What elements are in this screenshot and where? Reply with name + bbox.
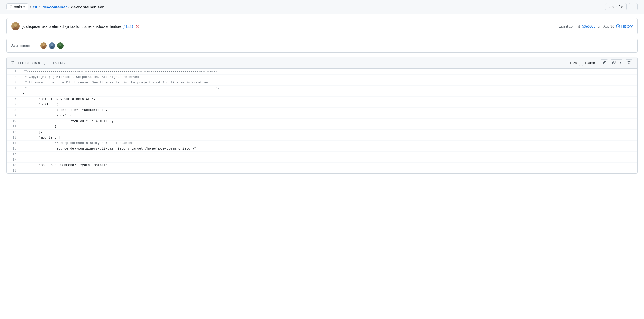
breadcrumb-sep3: /: [68, 5, 70, 9]
commit-date-prefix: on: [598, 24, 601, 28]
copy-icon: [612, 61, 616, 64]
commit-username[interactable]: joshspicer: [22, 24, 41, 29]
blame-button[interactable]: Blame: [582, 60, 598, 66]
svg-point-6: [59, 44, 62, 46]
line-code: }: [20, 124, 637, 130]
line-number: 2: [7, 75, 20, 80]
file-meta: 🛡 44 lines (40 sloc) | 1.04 KB: [11, 61, 65, 65]
table-row: 4 *-------------------------------------…: [7, 86, 637, 91]
breadcrumb-folder-link[interactable]: .devcontainer: [41, 5, 67, 9]
line-number: 13: [7, 135, 20, 141]
line-number: 9: [7, 113, 20, 119]
svg-point-5: [50, 46, 54, 49]
line-number: 5: [7, 91, 20, 97]
file-size: 1.04 KB: [52, 61, 65, 65]
line-number: 4: [7, 86, 20, 91]
line-number: 17: [7, 157, 20, 163]
file-box: 🛡 44 lines (40 sloc) | 1.04 KB Raw Blame…: [6, 57, 638, 174]
avatar-image: [11, 22, 20, 30]
contributor-1-image: [40, 42, 47, 49]
copy-button[interactable]: [610, 59, 618, 66]
code-table: 1/*-------------------------------------…: [7, 69, 637, 173]
table-row: 11 }: [7, 124, 637, 130]
history-label: History: [621, 24, 633, 28]
branch-name: main: [14, 5, 22, 9]
svg-point-7: [59, 46, 62, 49]
table-row: 5{: [7, 91, 637, 97]
line-number: 3: [7, 80, 20, 86]
contributor-avatar-3[interactable]: [57, 42, 64, 49]
contributor-3-image: [57, 42, 64, 49]
svg-point-1: [13, 27, 18, 30]
commit-message: use preferred syntax for docker-in-docke…: [42, 24, 121, 29]
edit-icon: [602, 61, 606, 64]
contributors-label: 3 contributors: [11, 44, 37, 48]
table-row: 16 ],: [7, 152, 637, 157]
line-code: "source=dev-containers-cli-bashhistory,t…: [20, 146, 637, 152]
file-lines: 44 lines: [17, 61, 29, 65]
line-code: "postCreateCommand": "yarn install",: [20, 163, 637, 168]
history-button[interactable]: History: [616, 24, 633, 28]
breadcrumb-sep1: /: [30, 5, 31, 9]
line-number: 8: [7, 108, 20, 113]
svg-point-4: [51, 44, 53, 46]
chevron-down-icon: ▼: [23, 6, 25, 8]
line-code: *---------------------------------------…: [20, 86, 637, 91]
avatar: [11, 22, 20, 30]
commit-info-box: joshspicer use preferred syntax for dock…: [6, 18, 638, 34]
line-code: // Keep command history across instances: [20, 141, 637, 146]
table-row: 12 },: [7, 130, 637, 135]
line-number: 10: [7, 119, 20, 124]
breadcrumb-left: main ▼ / cli / .devcontainer / devcontai…: [6, 3, 105, 10]
table-row: 13 "mounts": [: [7, 135, 637, 141]
svg-point-3: [42, 46, 45, 49]
line-code: "dockerfile": "Dockerfile",: [20, 108, 637, 113]
line-code: "args": {: [20, 113, 637, 119]
contributors-box: 3 contributors: [6, 39, 638, 53]
go-to-file-button[interactable]: Go to file: [605, 3, 627, 10]
contributor-avatar-2[interactable]: [48, 42, 56, 49]
commit-status-icon: ✕: [136, 24, 139, 29]
table-row: 9 "args": {: [7, 113, 637, 119]
shield-icon: 🛡: [11, 61, 14, 65]
commit-hash-link[interactable]: 53e6636: [582, 24, 595, 28]
line-code: * Licensed under the MIT License. See Li…: [20, 80, 637, 86]
table-row: 19: [7, 168, 637, 174]
file-actions: Raw Blame ▾: [567, 59, 633, 66]
contributors-avatars: [40, 42, 64, 49]
commit-date: Aug 30: [603, 24, 614, 28]
line-number: 15: [7, 146, 20, 152]
contributor-avatar-1[interactable]: [40, 42, 47, 49]
line-code: },: [20, 130, 637, 135]
line-code: * Copyright (c) Microsoft Corporation. A…: [20, 75, 637, 80]
edit-btn-group: ▾: [610, 59, 623, 66]
line-code: "build": {: [20, 102, 637, 108]
table-row: 17: [7, 157, 637, 163]
raw-button[interactable]: Raw: [567, 60, 580, 66]
commit-left: joshspicer use preferred syntax for dock…: [11, 22, 139, 30]
branch-icon: [9, 5, 13, 9]
copy-dropdown-button[interactable]: ▾: [618, 59, 623, 66]
commit-right: Latest commit 53e6636 on Aug 30 History: [559, 24, 633, 28]
line-number: 1: [7, 69, 20, 75]
line-code: "VARIANT": "16-bullseye": [20, 119, 637, 124]
line-code: [20, 168, 637, 174]
branch-selector[interactable]: main ▼: [6, 3, 28, 10]
table-row: 10 "VARIANT": "16-bullseye": [7, 119, 637, 124]
line-code: ],: [20, 152, 637, 157]
more-options-button[interactable]: ···: [629, 3, 638, 10]
line-number: 18: [7, 163, 20, 168]
delete-button[interactable]: [625, 59, 633, 66]
breadcrumb-repo-link[interactable]: cli: [33, 5, 37, 9]
table-row: 14 // Keep command history across instan…: [7, 141, 637, 146]
commit-pr-link[interactable]: (#142): [122, 24, 133, 29]
edit-button[interactable]: [600, 59, 608, 66]
line-number: 12: [7, 130, 20, 135]
table-row: 15 "source=dev-containers-cli-bashhistor…: [7, 146, 637, 152]
delete-icon: [627, 61, 631, 64]
table-row: 3 * Licensed under the MIT License. See …: [7, 80, 637, 86]
table-row: 1/*-------------------------------------…: [7, 69, 637, 75]
code-body: 1/*-------------------------------------…: [7, 69, 637, 174]
breadcrumb-actions: Go to file ···: [605, 3, 638, 10]
file-meta-sep: |: [49, 61, 49, 65]
